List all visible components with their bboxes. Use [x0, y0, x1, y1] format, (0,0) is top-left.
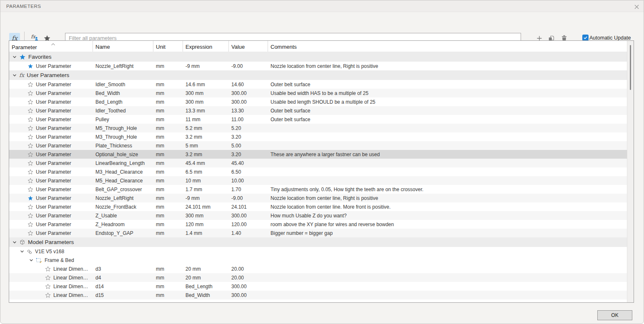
close-button[interactable]	[633, 3, 640, 10]
name-cell[interactable]: Z_Usable	[93, 213, 153, 219]
expression-cell[interactable]: 5.2 mm	[183, 125, 228, 131]
unit-cell[interactable]: mm	[153, 275, 183, 281]
name-cell[interactable]: M3_Head_Clearance	[93, 169, 153, 175]
expression-cell[interactable]: Bed_Length	[183, 284, 228, 289]
unit-cell[interactable]: mm	[153, 117, 183, 122]
parameter-row[interactable]: User ParameterEndstop_Y_GAPmm1.4 mm1.40B…	[9, 229, 627, 237]
favorite-star-filled-icon[interactable]	[28, 63, 33, 69]
comment-cell[interactable]: How much Usable Z do you want?	[268, 213, 627, 219]
value-cell[interactable]: 11.00	[228, 117, 268, 122]
parameter-row[interactable]: User ParameterM5_Head_Clearancemm10 mm10…	[9, 176, 627, 185]
parameter-row[interactable]: User ParameterM3_Through_Holemm3.2 mm3.2…	[9, 132, 627, 141]
comment-cell[interactable]: These are anywhere a larger fastner can …	[268, 152, 627, 157]
parameter-row[interactable]: User ParameterIdler_Toothedmm13.3 mm13.3…	[9, 106, 627, 115]
ok-button[interactable]: OK	[597, 310, 632, 320]
name-cell[interactable]: M5_Through_Hole	[93, 125, 153, 131]
column-header-expression[interactable]: Expression	[183, 41, 228, 52]
expression-cell[interactable]: 11 mm	[183, 117, 228, 122]
value-cell[interactable]: 1.70	[228, 187, 268, 192]
expression-cell[interactable]: -9 mm	[183, 195, 228, 201]
column-header-unit[interactable]: Unit	[153, 41, 183, 52]
parameter-row[interactable]: User ParameterIdler_Smoothmm14.6 mm14.60…	[9, 80, 627, 89]
name-cell[interactable]: d15	[93, 292, 153, 298]
expression-cell[interactable]: Bed_Width	[183, 292, 228, 298]
column-header-comments[interactable]: Comments	[268, 41, 627, 52]
expression-cell[interactable]: 120 mm	[183, 222, 228, 227]
name-cell[interactable]: Plate_Thickness	[93, 143, 153, 149]
value-cell[interactable]: 24.101	[228, 204, 268, 210]
unit-cell[interactable]: mm	[153, 125, 183, 131]
favorite-star-outline-icon[interactable]	[28, 143, 33, 149]
unit-cell[interactable]: mm	[153, 169, 183, 175]
value-cell[interactable]: 300.00	[228, 284, 268, 289]
unit-cell[interactable]: mm	[153, 160, 183, 166]
favorite-star-outline-icon[interactable]	[28, 230, 33, 236]
favorite-star-outline-icon[interactable]	[28, 160, 33, 166]
value-cell[interactable]: 300.00	[228, 90, 268, 96]
parameter-row[interactable]: User ParameterZ_Headroommm120 mm120.00ro…	[9, 220, 627, 229]
favorite-star-outline-icon[interactable]	[28, 169, 33, 175]
favorite-star-outline-icon[interactable]	[45, 275, 51, 281]
expression-cell[interactable]: 45.4 mm	[183, 160, 228, 166]
unit-cell[interactable]: mm	[153, 108, 183, 114]
unit-cell[interactable]: mm	[153, 178, 183, 184]
name-cell[interactable]: Bed_Length	[93, 99, 153, 105]
unit-cell[interactable]: mm	[153, 90, 183, 96]
name-cell[interactable]: LinearBearing_Length	[93, 160, 153, 166]
expression-cell[interactable]: 5 mm	[183, 143, 228, 149]
favorite-star-outline-icon[interactable]	[28, 90, 33, 96]
value-cell[interactable]: 14.60	[228, 82, 268, 87]
comment-cell[interactable]: Nozzle location from center line. More f…	[268, 204, 627, 210]
expression-cell[interactable]: 20 mm	[183, 275, 228, 281]
group-row[interactable]: Frame & Bed	[9, 256, 627, 264]
favorite-star-outline-icon[interactable]	[28, 178, 33, 184]
value-cell[interactable]: 300.00	[228, 99, 268, 105]
unit-cell[interactable]: mm	[153, 222, 183, 227]
section-row[interactable]: Favorites	[9, 52, 627, 62]
expression-cell[interactable]: 1.7 mm	[183, 187, 228, 192]
expression-cell[interactable]: 10 mm	[183, 178, 228, 184]
parameter-row[interactable]: User ParameterBelt_GAP_crossovermm1.7 mm…	[9, 185, 627, 194]
name-cell[interactable]: M3_Through_Hole	[93, 134, 153, 140]
name-cell[interactable]: M5_Head_Clearance	[93, 178, 153, 184]
comment-cell[interactable]: Usable bed width HAS to be a multiple of…	[268, 90, 627, 96]
favorite-star-outline-icon[interactable]	[28, 187, 33, 192]
favorite-star-outline-icon[interactable]	[28, 134, 33, 140]
favorite-star-outline-icon[interactable]	[45, 266, 51, 272]
checkbox-checked-icon[interactable]	[582, 35, 589, 41]
comment-cell[interactable]: Outer belt surface	[268, 117, 627, 122]
chevron-down-icon[interactable]	[20, 249, 24, 254]
favorite-star-outline-icon[interactable]	[28, 99, 33, 105]
name-cell[interactable]: Bed_Width	[93, 90, 153, 96]
value-cell[interactable]: 300.00	[228, 213, 268, 219]
parameter-row[interactable]: User ParameterNozzle_LeftRightmm-9 mm-9.…	[9, 194, 627, 202]
value-cell[interactable]: 10.00	[228, 178, 268, 184]
name-cell[interactable]: Belt_GAP_crossover	[93, 187, 153, 192]
expression-cell[interactable]: 13.3 mm	[183, 108, 228, 114]
comment-cell[interactable]: Usable bed length SHOULD be a multiple o…	[268, 99, 627, 105]
name-cell[interactable]: Nozzle_LeftRight	[93, 195, 153, 201]
expression-cell[interactable]: 3.2 mm	[183, 134, 228, 140]
parameter-row[interactable]: User ParameterBed_Widthmm300 mm300.00Usa…	[9, 89, 627, 97]
vertical-scrollbar[interactable]	[627, 41, 634, 302]
name-cell[interactable]: Optional_hole_size	[93, 152, 153, 157]
parameter-row[interactable]: User ParameterM3_Head_Clearancemm6.5 mm6…	[9, 167, 627, 176]
unit-cell[interactable]: mm	[153, 134, 183, 140]
expression-cell[interactable]: 3.2 mm	[183, 152, 228, 157]
parameter-row[interactable]: User ParameterNozzle_LeftRightmm-9 mm-9.…	[9, 62, 627, 70]
column-header-value[interactable]: Value	[228, 41, 268, 52]
unit-cell[interactable]: mm	[153, 284, 183, 289]
unit-cell[interactable]: mm	[153, 187, 183, 192]
parameter-row[interactable]: User ParameterZ_Usablemm300 mm300.00How …	[9, 211, 627, 220]
chevron-down-icon[interactable]	[13, 55, 17, 59]
automatic-update-toggle[interactable]: Automatic Update	[582, 35, 631, 41]
value-cell[interactable]: 120.00	[228, 222, 268, 227]
name-cell[interactable]: d3	[93, 266, 153, 272]
parameter-row[interactable]: Linear Dimen…d3mm20 mm20.00	[9, 264, 627, 273]
name-cell[interactable]: Pulley	[93, 117, 153, 122]
value-cell[interactable]: 3.20	[228, 152, 268, 157]
chevron-down-icon[interactable]	[13, 73, 17, 77]
parameter-row[interactable]: User ParameterOptional_hole_sizemm3.2 mm…	[9, 150, 627, 159]
section-row[interactable]: fxUser Parameters	[9, 70, 627, 80]
comment-cell[interactable]: Nozzle location from center line, Right …	[268, 195, 627, 201]
